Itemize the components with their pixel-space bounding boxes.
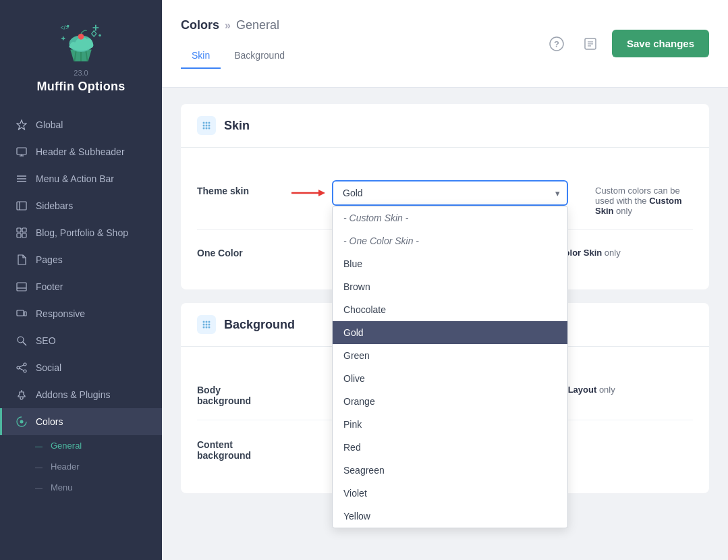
- svg-point-37: [20, 420, 24, 424]
- sidebar-item-addons-label: Addons & Plugins: [36, 389, 111, 400]
- responsive-icon: [16, 308, 28, 320]
- svg-line-31: [23, 342, 26, 345]
- svg-rect-28: [17, 310, 24, 316]
- svg-rect-26: [17, 283, 26, 291]
- save-button[interactable]: Save changes: [612, 30, 709, 57]
- colors-icon: [16, 416, 28, 428]
- dropdown-option-olive[interactable]: Olive: [333, 367, 567, 390]
- svg-point-47: [203, 125, 205, 127]
- svg-rect-23: [22, 228, 26, 232]
- help-button[interactable]: ?: [544, 32, 569, 56]
- svg-point-30: [18, 337, 24, 343]
- sidebar-version: 23.0: [74, 69, 88, 77]
- dropdown-option-custom-skin[interactable]: - Custom Skin -: [333, 206, 567, 229]
- theme-skin-row: Theme skin Gold: [197, 167, 693, 230]
- svg-point-12: [78, 34, 84, 40]
- plugin-icon: [16, 389, 28, 401]
- dropdown-option-chocolate[interactable]: Chocolate: [333, 298, 567, 321]
- sidebar-item-menu[interactable]: Menu & Action Bar: [0, 165, 162, 192]
- svg-point-56: [206, 321, 208, 323]
- top-bar-actions: ? Save changes: [544, 30, 709, 57]
- svg-point-52: [208, 128, 211, 130]
- sidebar-sub-header-label: Header: [51, 461, 80, 472]
- svg-point-51: [206, 128, 208, 130]
- tab-background[interactable]: Background: [223, 45, 296, 69]
- sidebar-item-sidebars[interactable]: Sidebars: [0, 192, 162, 219]
- sidebar-item-menu-label: Menu & Action Bar: [36, 173, 114, 184]
- dropdown-option-yellow[interactable]: Yellow: [333, 505, 567, 528]
- theme-skin-control: Gold ▾ - Custom Skin - - One Color Skin …: [332, 180, 568, 206]
- search-icon: [16, 335, 28, 347]
- theme-skin-hint: Custom colors can be used with the Custo…: [595, 180, 693, 216]
- sidebar-sub-general[interactable]: General: [35, 435, 162, 456]
- sidebar-item-global-label: Global: [36, 119, 63, 130]
- svg-point-50: [203, 128, 205, 130]
- svg-point-62: [206, 327, 208, 329]
- top-bar: Colors » General Skin Background ? Save …: [162, 0, 728, 88]
- sidebar-item-header[interactable]: Header & Subheader: [0, 138, 162, 165]
- sidebar-item-social[interactable]: Social: [0, 354, 162, 381]
- theme-skin-dropdown[interactable]: Gold ▾: [332, 180, 568, 206]
- svg-point-46: [208, 122, 211, 124]
- logo-icon: </>: [57, 19, 105, 66]
- footer-icon: [16, 281, 28, 293]
- dropdown-option-orange[interactable]: Orange: [333, 390, 567, 413]
- dropdown-option-blue[interactable]: Blue: [333, 252, 567, 275]
- svg-point-55: [203, 321, 205, 323]
- sidebar-item-colors-label: Colors: [36, 416, 63, 427]
- dropdown-option-red[interactable]: Red: [333, 436, 567, 459]
- dropdown-option-violet[interactable]: Violet: [333, 482, 567, 505]
- dropdown-option-green[interactable]: Green: [333, 344, 567, 367]
- sidebar-item-blog[interactable]: Blog, Portfolio & Shop: [0, 219, 162, 246]
- sidebar-item-seo[interactable]: SEO: [0, 327, 162, 354]
- sidebar-item-footer[interactable]: Footer: [0, 273, 162, 300]
- dropdown-options-list: - Custom Skin - - One Color Skin - Blue …: [332, 206, 568, 528]
- svg-point-58: [203, 324, 205, 326]
- menu-icon: [16, 173, 28, 185]
- theme-skin-select[interactable]: Gold: [332, 180, 568, 206]
- sidebar-sub-menu-label: Menu: [51, 482, 73, 493]
- breadcrumb-tabs: Colors » General Skin Background: [181, 18, 298, 69]
- svg-marker-7: [92, 31, 96, 37]
- notes-button[interactable]: [578, 32, 603, 56]
- sidebar-sub-header[interactable]: Header: [35, 456, 162, 477]
- main-content: Colors » General Skin Background ? Save …: [162, 0, 728, 560]
- sidebar-item-global[interactable]: Global: [0, 111, 162, 138]
- content-area: Skin Theme skin: [162, 88, 728, 560]
- sidebar-nav: Global Header & Subheader Menu & Action …: [0, 106, 162, 560]
- svg-rect-20: [17, 202, 26, 210]
- dropdown-option-one-color-skin[interactable]: - One Color Skin -: [333, 229, 567, 252]
- svg-point-33: [17, 366, 20, 369]
- sidebar-item-responsive[interactable]: Responsive: [0, 300, 162, 327]
- sidebar-item-pages[interactable]: Pages: [0, 246, 162, 273]
- dropdown-option-pink[interactable]: Pink: [333, 413, 567, 436]
- svg-point-63: [208, 327, 211, 329]
- share-icon: [16, 362, 28, 374]
- sidebar-item-social-label: Social: [36, 362, 61, 373]
- svg-point-5: [99, 34, 101, 37]
- svg-rect-14: [17, 148, 26, 155]
- sidebar-item-addons[interactable]: Addons & Plugins: [0, 381, 162, 408]
- svg-marker-13: [17, 120, 26, 130]
- svg-rect-22: [17, 228, 21, 232]
- dropdown-option-gold[interactable]: Gold: [333, 321, 567, 344]
- sidebar-logo: </> 23.0 Muffin Options: [0, 0, 162, 106]
- dropdown-option-seagreen[interactable]: Seagreen: [333, 459, 567, 482]
- skin-section-icon: [197, 116, 216, 135]
- monitor-icon: [16, 146, 28, 158]
- dropdown-option-brown[interactable]: Brown: [333, 275, 567, 298]
- svg-point-59: [206, 324, 208, 326]
- background-section-title: Background: [224, 318, 295, 332]
- svg-point-44: [203, 122, 205, 124]
- tab-skin[interactable]: Skin: [181, 45, 221, 69]
- breadcrumb-sub: General: [236, 18, 279, 32]
- sidebar-item-colors[interactable]: Colors: [0, 408, 162, 435]
- breadcrumb-main: Colors: [181, 18, 219, 32]
- svg-marker-54: [318, 190, 325, 196]
- sidebar-item-blog-label: Blog, Portfolio & Shop: [36, 227, 128, 238]
- help-icon: ?: [549, 36, 564, 51]
- svg-point-34: [24, 370, 26, 372]
- svg-line-35: [20, 365, 24, 367]
- background-section-icon: [197, 315, 216, 334]
- sidebar-sub-menu[interactable]: Menu: [35, 477, 162, 498]
